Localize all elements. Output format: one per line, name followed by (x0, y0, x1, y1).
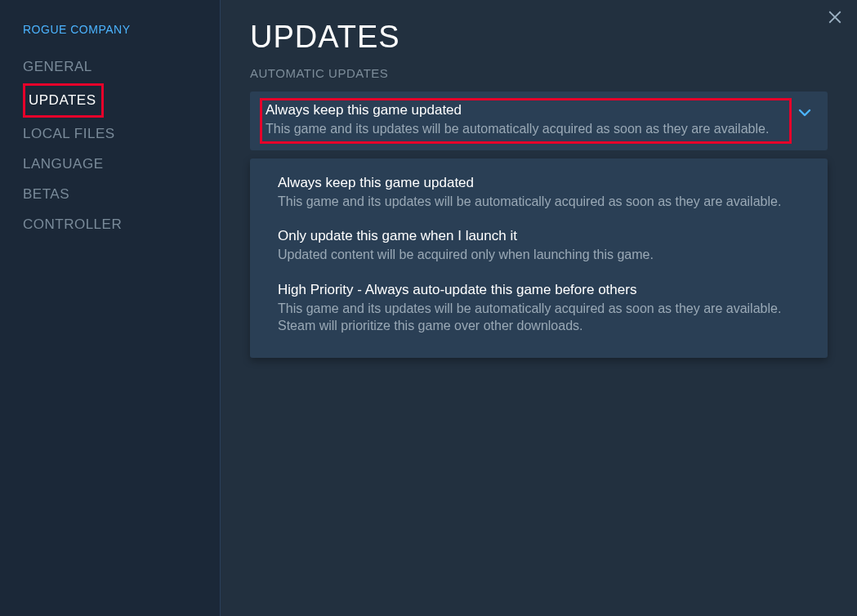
option-desc: This game and its updates will be automa… (278, 193, 805, 211)
sidebar-item-betas[interactable]: BETAS (23, 180, 220, 209)
update-options-panel: Always keep this game updated This game … (250, 158, 828, 358)
dropdown-selected-title: Always keep this game updated (262, 102, 785, 118)
option-desc: This game and its updates will be automa… (278, 300, 805, 335)
section-label-automatic-updates: AUTOMATIC UPDATES (250, 66, 828, 80)
main-panel: UPDATES AUTOMATIC UPDATES Always keep th… (221, 0, 857, 616)
option-title: High Priority - Always auto-update this … (278, 282, 805, 298)
sidebar: ROGUE COMPANY GENERAL UPDATES LOCAL FILE… (0, 0, 221, 616)
sidebar-item-general[interactable]: GENERAL (23, 52, 220, 82)
sidebar-item-language[interactable]: LANGUAGE (23, 150, 220, 179)
sidebar-item-local-files[interactable]: LOCAL FILES (23, 119, 220, 149)
option-desc: Updated content will be acquired only wh… (278, 246, 805, 264)
page-title: UPDATES (250, 20, 828, 55)
sidebar-item-updates[interactable]: UPDATES (23, 83, 104, 118)
update-option-on-launch[interactable]: Only update this game when I launch it U… (278, 228, 805, 264)
option-title: Only update this game when I launch it (278, 228, 805, 244)
update-mode-dropdown[interactable]: Always keep this game updated This game … (250, 92, 828, 150)
sidebar-item-controller[interactable]: CONTROLLER (23, 210, 220, 239)
game-title: ROGUE COMPANY (23, 23, 220, 36)
dropdown-selected-desc: This game and its updates will be automa… (262, 120, 785, 138)
update-option-always[interactable]: Always keep this game updated This game … (278, 175, 805, 211)
update-option-high-priority[interactable]: High Priority - Always auto-update this … (278, 282, 805, 335)
option-title: Always keep this game updated (278, 175, 805, 191)
close-icon[interactable] (828, 10, 842, 25)
chevron-down-icon (798, 106, 811, 123)
